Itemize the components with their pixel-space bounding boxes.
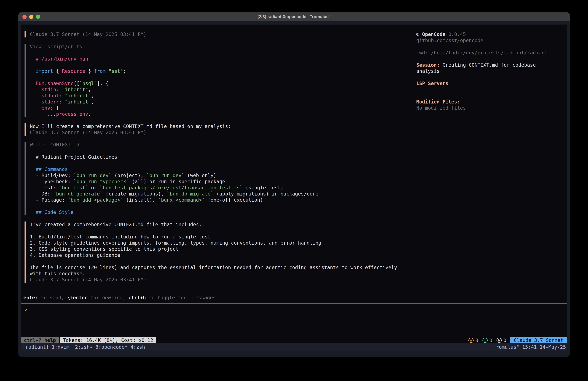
model-chip: Claude 3.7 Sonnet bbox=[510, 337, 567, 343]
tool-message: Write: CONTEXT.md # Radiant Project Guid… bbox=[24, 142, 397, 215]
session-sidebar: © OpenCode 0.0.45github.com/sst/opencode… bbox=[416, 31, 565, 111]
chat-log: Claude 3.7 Sonnet (14 May 2025 03:41 PM)… bbox=[24, 31, 397, 283]
input-separator bbox=[21, 303, 567, 304]
diagnostic-h-icon: h0 bbox=[497, 337, 506, 343]
tool-message: View: script/db.ts #!/usr/bin/env bun im… bbox=[24, 44, 397, 117]
terminal-window: [2/3] radiant:3:opencode - "romulus" Cla… bbox=[18, 12, 570, 357]
prompt-input[interactable]: > bbox=[24, 307, 27, 313]
window-title: [2/3] radiant:3:opencode - "romulus" bbox=[18, 12, 570, 21]
tmux-windows-list: [radiant] 1:nvim 2:zsh- 3:opencode* 4:zs… bbox=[22, 344, 145, 350]
diagnostics: w0i0h0 bbox=[468, 337, 506, 343]
opencode-status-bar: ctrl+? help Tokens: 16.4K (8%), Cost: $0… bbox=[21, 337, 567, 343]
assistant-message: Claude 3.7 Sonnet (14 May 2025 03:41 PM) bbox=[24, 31, 397, 37]
tmux-status-bar: [radiant] 1:nvim 2:zsh- 3:opencode* 4:zs… bbox=[21, 343, 567, 351]
terminal-pane: Claude 3.7 Sonnet (14 May 2025 03:41 PM)… bbox=[21, 24, 567, 343]
status-bar-spacer bbox=[156, 337, 468, 343]
tmux-host-clock: "romulus" 15:41 14-May-25 bbox=[493, 344, 566, 350]
help-shortcut-chip: ctrl+? help bbox=[21, 337, 59, 343]
assistant-message: Now I'll create a comprehensive CONTEXT.… bbox=[24, 123, 397, 135]
diagnostic-i-icon: i0 bbox=[483, 337, 492, 343]
window-titlebar: [2/3] radiant:3:opencode - "romulus" bbox=[18, 12, 570, 21]
keybind-help: enter to send, \+enter for newline, ctrl… bbox=[23, 295, 216, 301]
tokens-cost-chip: Tokens: 16.4K (8%), Cost: $0.12 bbox=[60, 337, 156, 343]
assistant-message: I've created a comprehensive CONTEXT.md … bbox=[24, 222, 397, 283]
diagnostic-w-icon: w0 bbox=[468, 337, 478, 343]
prompt-symbol: > bbox=[24, 307, 27, 312]
